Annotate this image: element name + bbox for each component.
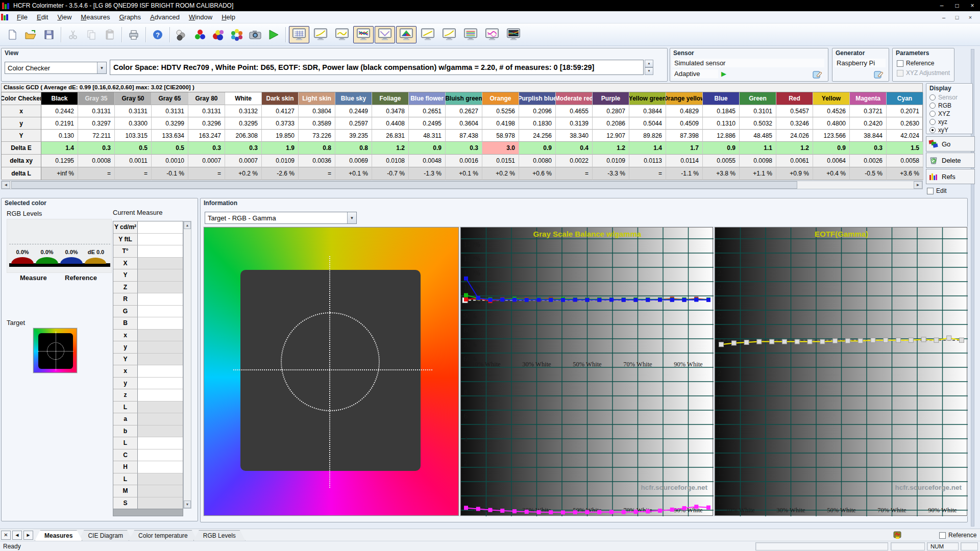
scrollbar-thumb[interactable] bbox=[11, 181, 797, 189]
measure-spinner[interactable]: ▲ ▼ bbox=[645, 60, 653, 75]
patch-header-blue[interactable]: Blue bbox=[703, 92, 740, 105]
information-view-dropdown[interactable]: Target - RGB - Gamma ▼ bbox=[205, 212, 357, 224]
patch-header-foliage[interactable]: Foliage bbox=[372, 92, 409, 105]
display-option-rgb[interactable]: RGB bbox=[929, 102, 972, 109]
patch-header-magenta[interactable]: Magenta bbox=[850, 92, 887, 105]
bottom-reference-checkbox[interactable]: Reference bbox=[939, 532, 976, 539]
menu-file[interactable]: File bbox=[12, 12, 32, 22]
display-option-xyy[interactable]: xyY bbox=[929, 127, 972, 134]
chevron-down-icon[interactable]: ▼ bbox=[97, 62, 106, 73]
primaries-measure-icon[interactable] bbox=[191, 26, 209, 43]
edit-checkbox[interactable]: Edit bbox=[927, 187, 947, 194]
patch-header-green[interactable]: Green bbox=[740, 92, 776, 105]
gray-scale-measure-icon[interactable] bbox=[173, 26, 190, 43]
view-saturation-icon[interactable] bbox=[460, 26, 481, 43]
generator-config-icon[interactable] bbox=[873, 69, 885, 80]
close-icon[interactable]: × bbox=[965, 1, 980, 11]
menu-graphs[interactable]: Graphs bbox=[114, 12, 145, 22]
scroll-left-icon[interactable]: ◄ bbox=[2, 181, 10, 189]
checkbox-icon[interactable] bbox=[927, 188, 934, 194]
measure-row: Y bbox=[113, 269, 183, 282]
scroll-down-icon[interactable]: ▼ bbox=[184, 500, 191, 508]
patch-header-purple[interactable]: Purple bbox=[593, 92, 629, 105]
menu-view[interactable]: View bbox=[53, 12, 76, 22]
mdi-close-icon[interactable]: × bbox=[964, 13, 977, 22]
sensor-run-icon[interactable]: ▶ bbox=[721, 70, 726, 78]
new-document-icon[interactable] bbox=[4, 26, 21, 43]
save-icon[interactable] bbox=[40, 26, 58, 43]
go-button[interactable]: Go bbox=[926, 136, 975, 152]
menu-advanced[interactable]: Advanced bbox=[145, 12, 184, 22]
patch-header-dark-skin[interactable]: Dark skin bbox=[262, 92, 299, 105]
patch-header-light-skin[interactable]: Light skin bbox=[299, 92, 335, 105]
patch-header-blue-flower[interactable]: Blue flower bbox=[409, 92, 446, 105]
patch-header-gray-35[interactable]: Gray 35 bbox=[78, 92, 115, 105]
checkbox-icon[interactable] bbox=[897, 60, 903, 67]
prev-tab-icon[interactable]: ◄ bbox=[12, 531, 22, 540]
display-option-xyz[interactable]: XYZ bbox=[929, 110, 972, 117]
display-option-xyz[interactable]: xyz bbox=[929, 118, 972, 126]
checkbox-icon[interactable] bbox=[939, 532, 946, 539]
spin-up-icon[interactable]: ▲ bbox=[645, 60, 653, 67]
delete-button[interactable]: Delete bbox=[926, 153, 975, 168]
view-selector-dropdown[interactable]: Color Checker ▼ bbox=[5, 62, 107, 74]
maximize-icon[interactable]: □ bbox=[949, 1, 965, 11]
view-luminance-curve-icon[interactable] bbox=[332, 26, 352, 43]
mdi-restore-icon[interactable]: □ bbox=[950, 13, 964, 22]
patch-header-bluish-green[interactable]: Bluish green bbox=[446, 92, 482, 105]
help-icon[interactable]: ? bbox=[149, 26, 166, 43]
secondaries-measure-icon[interactable] bbox=[210, 26, 227, 43]
next-tab-icon[interactable]: ► bbox=[23, 531, 33, 540]
snapshot-icon[interactable] bbox=[247, 26, 264, 43]
patch-header-orange-yellow[interactable]: Orange yellow bbox=[666, 92, 703, 105]
patch-header-purplish-blue[interactable]: Purplish blue bbox=[519, 92, 556, 105]
radio-icon bbox=[929, 94, 936, 101]
table-horizontal-scrollbar[interactable]: ◄ ► bbox=[1, 181, 923, 189]
view-neargray-icon[interactable] bbox=[418, 26, 438, 43]
view-free-measures-icon[interactable] bbox=[503, 26, 524, 43]
scroll-right-icon[interactable]: ► bbox=[914, 181, 922, 189]
sensor-config-icon[interactable] bbox=[812, 69, 823, 80]
close-view-icon[interactable]: ✕ bbox=[1, 531, 11, 540]
patch-header-white[interactable]: White bbox=[225, 92, 262, 105]
measure-table-scrollbar[interactable]: ▲ ▼ bbox=[183, 221, 191, 509]
view-gamut-icon[interactable] bbox=[482, 26, 502, 43]
view-contrast-icon[interactable] bbox=[439, 26, 459, 43]
tab-cie-diagram[interactable]: CIE Diagram bbox=[78, 530, 133, 541]
patch-header-orange[interactable]: Orange bbox=[482, 92, 519, 105]
measure-cell: 0.0016 bbox=[446, 155, 482, 167]
menu-help[interactable]: Help bbox=[217, 12, 240, 22]
tab-measures[interactable]: Measures bbox=[35, 530, 82, 541]
chevron-down-icon[interactable]: ▼ bbox=[347, 212, 356, 223]
menu-window[interactable]: Window bbox=[184, 12, 217, 22]
spin-down-icon[interactable]: ▼ bbox=[645, 67, 653, 75]
color-checker-measure-icon[interactable] bbox=[228, 26, 246, 43]
mdi-minimize-icon[interactable]: – bbox=[937, 13, 950, 22]
patch-header-yellow-green[interactable]: Yellow green bbox=[629, 92, 666, 105]
view-cie-diagram-icon[interactable] bbox=[396, 26, 416, 43]
scroll-up-icon[interactable]: ▲ bbox=[184, 221, 191, 229]
menu-edit[interactable]: Edit bbox=[32, 12, 53, 22]
patch-header-blue-sky[interactable]: Blue sky bbox=[335, 92, 372, 105]
patch-header-yellow[interactable]: Yellow bbox=[813, 92, 850, 105]
reference-checkbox[interactable]: Reference bbox=[897, 60, 934, 67]
patch-header-moderate-red[interactable]: Moderate red bbox=[556, 92, 593, 105]
patch-header-red[interactable]: Red bbox=[776, 92, 813, 105]
menu-measures[interactable]: Measures bbox=[76, 12, 114, 22]
tab-color-temperature[interactable]: Color temperature bbox=[129, 530, 198, 541]
minimize-icon[interactable]: – bbox=[934, 1, 949, 11]
refs-button[interactable]: Refs bbox=[926, 169, 975, 184]
patch-header-black[interactable]: Black bbox=[41, 92, 78, 105]
patch-header-gray-65[interactable]: Gray 65 bbox=[152, 92, 188, 105]
run-measures-icon[interactable] bbox=[265, 26, 282, 43]
tab-rgb-levels[interactable]: RGB Levels bbox=[193, 530, 246, 541]
patch-header-gray-80[interactable]: Gray 80 bbox=[188, 92, 225, 105]
view-color-temperature-icon[interactable] bbox=[375, 26, 395, 43]
patch-header-gray-50[interactable]: Gray 50 bbox=[115, 92, 152, 105]
view-rgb-levels-icon[interactable] bbox=[353, 26, 374, 43]
open-file-icon[interactable] bbox=[22, 26, 39, 43]
view-measures-grid-icon[interactable] bbox=[289, 26, 309, 43]
patch-header-cyan[interactable]: Cyan bbox=[887, 92, 923, 105]
view-gamma-curve-icon[interactable] bbox=[310, 26, 331, 43]
print-icon[interactable] bbox=[125, 26, 142, 43]
